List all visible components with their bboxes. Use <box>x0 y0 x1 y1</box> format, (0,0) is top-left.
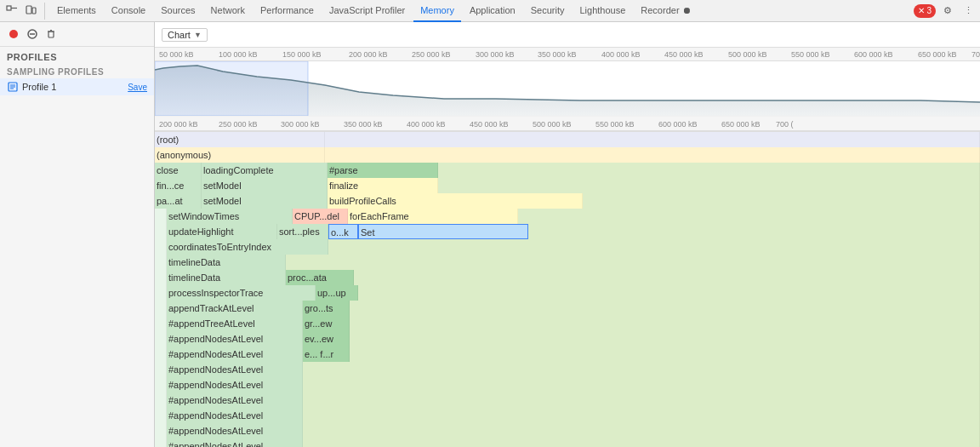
table-row[interactable]: #appendNodesAtLevel e... f...r <box>155 347 980 362</box>
svg-text:200 000 kB: 200 000 kB <box>159 120 198 129</box>
table-row[interactable]: #appendNodesAtLevel <box>155 393 980 408</box>
cell-root: (root) <box>155 132 325 147</box>
tab-security[interactable]: Security <box>524 0 572 22</box>
tab-performance[interactable]: Performance <box>254 0 321 22</box>
tab-application[interactable]: Application <box>463 0 522 22</box>
cell-empty <box>303 362 980 377</box>
cell-empty <box>303 393 980 408</box>
cell-efr: e... f...r <box>303 347 350 362</box>
tab-memory[interactable]: Memory <box>413 0 461 22</box>
error-icon: ✕ <box>918 6 925 15</box>
cell-timeline1: timelineData <box>167 255 286 270</box>
settings-button[interactable]: ⚙ <box>939 3 956 20</box>
table-row[interactable]: #appendNodesAtLevel <box>155 423 980 438</box>
cell-indent <box>155 209 167 224</box>
profile-label: Profile 1 <box>22 82 128 92</box>
table-row[interactable]: timelineData proc...ata <box>155 270 980 285</box>
record-button[interactable] <box>5 26 22 43</box>
table-row[interactable]: close loadingComplete #parse <box>155 163 980 178</box>
cell-empty <box>325 132 980 147</box>
cell-loading: loadingComplete <box>202 163 328 178</box>
cell-empty <box>325 147 980 163</box>
cell-finalize: finalize <box>328 178 438 193</box>
table-row[interactable]: setWindowTimes CPUP...del forEachFrame <box>155 209 980 224</box>
cell-proc: proc...ata <box>286 270 354 285</box>
svg-text:700 (: 700 ( <box>776 120 794 129</box>
table-row[interactable]: #appendNodesAtLevel <box>155 408 980 423</box>
device-icon[interactable] <box>22 3 39 20</box>
table-row[interactable]: timelineData <box>155 255 980 270</box>
table-row[interactable]: #appendTreeAtLevel gr...ew <box>155 316 980 331</box>
table-row[interactable]: appendTrackAtLevel gro...ts <box>155 301 980 316</box>
table-row[interactable]: (root) <box>155 132 980 147</box>
cell-append-track: appendTrackAtLevel <box>167 301 303 316</box>
error-badge[interactable]: ✕ 3 <box>914 4 936 18</box>
mini-chart[interactable] <box>155 61 980 116</box>
cell-grots: gro...ts <box>303 301 350 316</box>
tab-console[interactable]: Console <box>105 0 152 22</box>
cell-upup: up...up <box>316 285 358 301</box>
tab-elements[interactable]: Elements <box>50 0 103 22</box>
cell-empty <box>350 347 980 362</box>
cell-update: updateHighlight <box>167 224 277 239</box>
cell-empty <box>358 285 980 301</box>
cell-anon: (anonymous) <box>155 147 325 163</box>
tab-recorder[interactable]: Recorder ⏺ <box>634 0 698 22</box>
svg-text:400 000 kB: 400 000 kB <box>407 120 446 129</box>
cell-foreach: forEachFrame <box>348 209 518 224</box>
svg-text:250 000 kB: 250 000 kB <box>412 50 451 59</box>
svg-text:550 000 kB: 550 000 kB <box>791 50 830 59</box>
svg-text:500 000 kB: 500 000 kB <box>728 50 767 59</box>
scale-bottom: 200 000 kB 250 000 kB 300 000 kB 350 000… <box>155 116 980 131</box>
profiles-header: Profiles <box>0 47 154 64</box>
table-row[interactable]: coordinatesToEntryIndex <box>155 239 980 255</box>
table-row[interactable]: pa...at setModel buildProfileCalls <box>155 193 980 209</box>
svg-text:300 000 kB: 300 000 kB <box>476 50 515 59</box>
table-row[interactable]: #appendNodesAtLevel <box>155 438 980 447</box>
stop-record-button[interactable] <box>24 26 41 43</box>
table-row[interactable]: processInspectorTrace up...up <box>155 285 980 301</box>
tab-lighthouse[interactable]: Lighthouse <box>573 0 632 22</box>
chart-dropdown[interactable]: Chart ▼ <box>162 28 208 42</box>
cell-append-nodes2: #appendNodesAtLevel <box>167 347 303 362</box>
cell-append-nodes1: #appendNodesAtLevel <box>167 331 303 347</box>
svg-rect-0 <box>7 6 11 10</box>
cell-setwindow: setWindowTimes <box>167 209 293 224</box>
cell-fin: fin...ce <box>155 178 202 193</box>
cell-indent <box>155 362 167 377</box>
table-row[interactable]: #appendNodesAtLevel <box>155 362 980 377</box>
table-row[interactable]: #appendNodesAtLevel ev...ew <box>155 331 980 347</box>
cell-append-nodes7: #appendNodesAtLevel <box>167 423 303 438</box>
svg-rect-3 <box>32 8 36 14</box>
table-row[interactable]: (anonymous) <box>155 147 980 163</box>
clear-button[interactable] <box>43 26 60 43</box>
top-bar-right: ✕ 3 ⚙ ⋮ <box>914 3 977 20</box>
content-area: Chart ▼ 50 000 kB 100 000 kB 150 000 kB … <box>155 22 980 447</box>
scale-top: 50 000 kB 100 000 kB 150 000 kB 200 000 … <box>155 48 980 61</box>
tab-network[interactable]: Network <box>204 0 252 22</box>
cell-append-nodes8: #appendNodesAtLevel <box>167 438 303 447</box>
chevron-down-icon: ▼ <box>194 31 202 39</box>
table-row[interactable]: fin...ce setModel finalize <box>155 178 980 193</box>
profile-item[interactable]: Profile 1 Save <box>0 78 154 95</box>
more-button[interactable]: ⋮ <box>960 3 977 20</box>
tree-area[interactable]: (root) (anonymous) close loadingComplete… <box>155 132 980 447</box>
svg-rect-2 <box>26 6 31 14</box>
inspect-icon[interactable] <box>3 3 20 20</box>
cell-empty <box>286 255 980 270</box>
table-row[interactable]: #appendNodesAtLevel <box>155 377 980 393</box>
cell-evew: ev...ew <box>303 331 350 347</box>
table-row[interactable]: updateHighlight sort...ples o...k Set <box>155 224 980 239</box>
cell-process: processInspectorTrace <box>167 285 316 301</box>
profile-save-link[interactable]: Save <box>128 83 147 92</box>
cell-indent <box>155 393 167 408</box>
tab-sources[interactable]: Sources <box>154 0 202 22</box>
cell-append-nodes3: #appendNodesAtLevel <box>167 362 303 377</box>
chart-select-value: Chart <box>168 30 191 40</box>
cell-append-nodes6: #appendNodesAtLevel <box>167 408 303 423</box>
chart-toolbar: Chart ▼ <box>155 22 980 48</box>
tab-javascript-profiler[interactable]: JavaScript Profiler <box>322 0 412 22</box>
cell-indent <box>155 377 167 393</box>
cell-indent <box>155 331 167 347</box>
cell-set: Set <box>358 224 528 239</box>
